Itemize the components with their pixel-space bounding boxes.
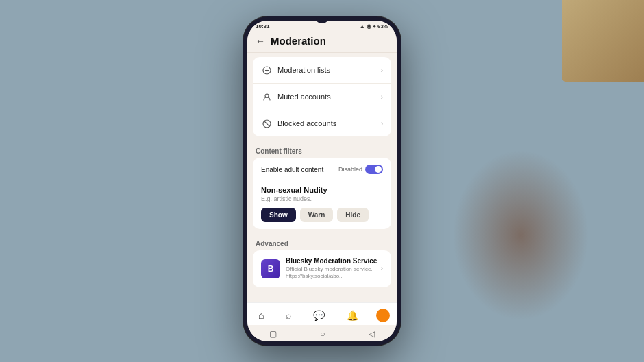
block-icon (261, 118, 272, 129)
advanced-card: B Bluesky Moderation Service Official Bl… (253, 250, 391, 287)
nudity-title: Non-sexual Nudity (261, 186, 383, 194)
status-icons: ▲ ◉ ● (360, 23, 376, 29)
status-bar-right: ▲ ◉ ● 63% (360, 23, 388, 29)
status-bar-left: 10:31 (256, 23, 269, 29)
wood-block-decoration (562, 0, 644, 82)
phone-device: 10:31 ▲ ◉ ● 63% ← Moderation (243, 16, 401, 346)
chevron-icon: › (381, 120, 383, 128)
service-info: Bluesky Moderation Service Official Blue… (286, 257, 381, 280)
chat-nav-button[interactable]: 💬 (309, 309, 329, 322)
chevron-icon: › (381, 265, 383, 272)
warn-button[interactable]: Warn (300, 208, 334, 222)
nudity-description: E.g. artistic nudes. (261, 195, 383, 202)
muted-accounts-item[interactable]: Muted accounts › (253, 84, 391, 110)
mute-user-icon (261, 91, 272, 102)
android-recent-button[interactable]: ▢ (269, 329, 277, 339)
toggle-knob (375, 166, 382, 173)
notifications-nav-button[interactable]: 🔔 (343, 309, 362, 322)
muted-accounts-label: Muted accounts (277, 93, 381, 101)
list-icon (261, 64, 272, 75)
service-name: Bluesky Moderation Service (286, 257, 381, 265)
back-button[interactable]: ← (256, 36, 265, 47)
moderation-lists-label: Moderation lists (277, 66, 381, 74)
adult-content-label: Enable adult content (261, 166, 323, 173)
content-filters-card: Enable adult content Disabled Non-sexual… (253, 158, 391, 229)
nudity-button-group: Show Warn Hide (261, 208, 383, 222)
hide-button[interactable]: Hide (337, 208, 369, 222)
adult-content-toggle-area[interactable]: Disabled (338, 165, 383, 174)
adult-content-toggle[interactable] (365, 165, 383, 174)
nudity-section: Non-sexual Nudity E.g. artistic nudes. S… (261, 180, 383, 222)
android-home-button[interactable]: ○ (320, 329, 325, 339)
adult-content-row: Enable adult content Disabled (261, 165, 383, 174)
blocked-accounts-label: Blocked accounts (277, 119, 381, 128)
moderation-menu-section: Moderation lists › Muted accounts › (253, 57, 391, 136)
content-filters-heading: Content filters (247, 141, 397, 158)
moderation-lists-item[interactable]: Moderation lists › (253, 57, 391, 84)
svg-point-3 (265, 94, 269, 97)
service-description: Official Bluesky moderation service. htt… (286, 266, 381, 280)
search-nav-button[interactable]: ⌕ (282, 309, 295, 322)
bottom-navigation: ⌂ ⌕ 💬 🔔 (247, 302, 397, 325)
status-battery: 63% (377, 23, 388, 29)
android-back-button[interactable]: ◁ (369, 329, 375, 339)
profile-nav-button[interactable] (376, 309, 390, 322)
home-nav-button[interactable]: ⌂ (254, 309, 268, 322)
android-navigation: ▢ ○ ◁ (247, 325, 397, 341)
page-title: Moderation (271, 35, 326, 47)
blocked-accounts-item[interactable]: Blocked accounts › (253, 110, 391, 136)
bluesky-moderation-service-item[interactable]: B Bluesky Moderation Service Official Bl… (253, 250, 391, 287)
chevron-icon: › (381, 67, 383, 74)
phone-screen: 10:31 ▲ ◉ ● 63% ← Moderation (247, 21, 397, 341)
status-time: 10:31 (256, 23, 269, 29)
service-icon-letter: B (268, 264, 274, 274)
advanced-heading: Advanced (247, 233, 397, 250)
screen-content[interactable]: Moderation lists › Muted accounts › (247, 53, 397, 302)
toggle-status-text: Disabled (338, 166, 362, 173)
bluesky-service-icon: B (261, 259, 280, 278)
chevron-icon: › (381, 93, 383, 101)
svg-line-5 (264, 121, 269, 126)
show-button[interactable]: Show (261, 208, 296, 222)
app-header: ← Moderation (247, 31, 397, 53)
